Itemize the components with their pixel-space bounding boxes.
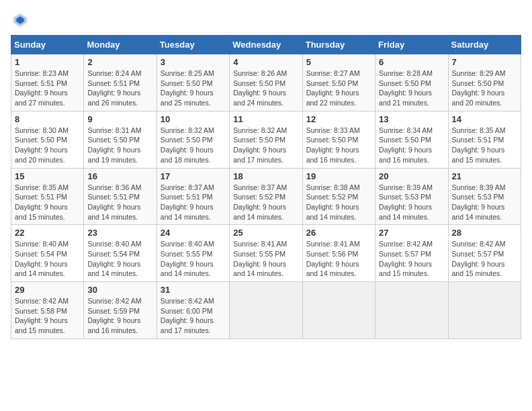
day-info: Sunrise: 8:41 AMSunset: 5:56 PMDaylight:…: [306, 239, 371, 279]
day-info: Sunrise: 8:24 AMSunset: 5:51 PMDaylight:…: [87, 68, 152, 108]
day-number: 29: [15, 285, 80, 295]
day-number: 17: [161, 171, 226, 181]
day-info: Sunrise: 8:34 AMSunset: 5:50 PMDaylight:…: [379, 126, 444, 165]
day-number: 5: [306, 57, 371, 67]
day-info: Sunrise: 8:35 AMSunset: 5:51 PMDaylight:…: [452, 126, 517, 165]
day-number: 3: [161, 57, 226, 67]
day-info: Sunrise: 8:30 AMSunset: 5:50 PMDaylight:…: [15, 126, 80, 165]
day-number: 31: [161, 285, 226, 295]
calendar-cell: 27Sunrise: 8:42 AMSunset: 5:57 PMDayligh…: [375, 225, 448, 282]
calendar-week-row: 8Sunrise: 8:30 AMSunset: 5:50 PMDaylight…: [11, 111, 521, 168]
day-number: 12: [306, 114, 371, 124]
calendar-cell: 1Sunrise: 8:23 AMSunset: 5:51 PMDaylight…: [11, 54, 84, 111]
day-number: 7: [452, 57, 517, 67]
day-info: Sunrise: 8:33 AMSunset: 5:50 PMDaylight:…: [306, 126, 371, 165]
day-info: Sunrise: 8:39 AMSunset: 5:53 PMDaylight:…: [452, 183, 517, 222]
day-info: Sunrise: 8:31 AMSunset: 5:50 PMDaylight:…: [87, 126, 152, 165]
logo: [11, 11, 32, 30]
day-info: Sunrise: 8:40 AMSunset: 5:54 PMDaylight:…: [87, 239, 152, 279]
day-number: 14: [452, 114, 517, 124]
calendar-cell: 17Sunrise: 8:37 AMSunset: 5:51 PMDayligh…: [157, 168, 229, 225]
calendar-cell: 21Sunrise: 8:39 AMSunset: 5:53 PMDayligh…: [448, 168, 521, 225]
day-number: 27: [379, 228, 444, 238]
calendar-cell: 22Sunrise: 8:40 AMSunset: 5:54 PMDayligh…: [11, 225, 84, 282]
calendar-cell: 28Sunrise: 8:42 AMSunset: 5:57 PMDayligh…: [448, 225, 521, 282]
calendar-cell: 15Sunrise: 8:35 AMSunset: 5:51 PMDayligh…: [11, 168, 84, 225]
day-info: Sunrise: 8:32 AMSunset: 5:50 PMDaylight:…: [233, 126, 298, 165]
day-number: 1: [15, 57, 80, 67]
day-number: 22: [15, 228, 80, 238]
logo-icon: [11, 11, 30, 30]
day-number: 21: [452, 171, 517, 181]
calendar-cell: 10Sunrise: 8:32 AMSunset: 5:50 PMDayligh…: [157, 111, 229, 168]
calendar-header-row: SundayMondayTuesdayWednesdayThursdayFrid…: [11, 36, 521, 54]
header-sunday: Sunday: [11, 36, 84, 54]
calendar-cell: 31Sunrise: 8:42 AMSunset: 6:00 PMDayligh…: [157, 282, 229, 339]
day-info: Sunrise: 8:26 AMSunset: 5:50 PMDaylight:…: [233, 68, 298, 108]
day-info: Sunrise: 8:37 AMSunset: 5:52 PMDaylight:…: [233, 183, 298, 222]
calendar-cell: 29Sunrise: 8:42 AMSunset: 5:58 PMDayligh…: [11, 282, 84, 339]
calendar-week-row: 15Sunrise: 8:35 AMSunset: 5:51 PMDayligh…: [11, 168, 521, 225]
calendar-cell: 18Sunrise: 8:37 AMSunset: 5:52 PMDayligh…: [230, 168, 302, 225]
calendar-cell: [375, 282, 448, 339]
calendar-week-row: 29Sunrise: 8:42 AMSunset: 5:58 PMDayligh…: [11, 282, 521, 339]
day-info: Sunrise: 8:29 AMSunset: 5:50 PMDaylight:…: [452, 68, 517, 108]
day-number: 10: [161, 114, 226, 124]
calendar-cell: 14Sunrise: 8:35 AMSunset: 5:51 PMDayligh…: [448, 111, 521, 168]
day-info: Sunrise: 8:38 AMSunset: 5:52 PMDaylight:…: [306, 183, 371, 222]
day-number: 2: [87, 57, 152, 67]
header-wednesday: Wednesday: [230, 36, 302, 54]
day-number: 24: [161, 228, 226, 238]
calendar-cell: 3Sunrise: 8:25 AMSunset: 5:50 PMDaylight…: [157, 54, 229, 111]
header-thursday: Thursday: [302, 36, 375, 54]
day-number: 4: [233, 57, 298, 67]
day-info: Sunrise: 8:35 AMSunset: 5:51 PMDaylight:…: [15, 183, 80, 222]
calendar-cell: 6Sunrise: 8:28 AMSunset: 5:50 PMDaylight…: [375, 54, 448, 111]
calendar-cell: 9Sunrise: 8:31 AMSunset: 5:50 PMDaylight…: [84, 111, 157, 168]
calendar-cell: 4Sunrise: 8:26 AMSunset: 5:50 PMDaylight…: [230, 54, 302, 111]
calendar-table: SundayMondayTuesdayWednesdayThursdayFrid…: [11, 35, 521, 339]
day-info: Sunrise: 8:42 AMSunset: 5:57 PMDaylight:…: [379, 239, 444, 279]
day-number: 9: [87, 114, 152, 124]
header-monday: Monday: [84, 36, 157, 54]
calendar-cell: 13Sunrise: 8:34 AMSunset: 5:50 PMDayligh…: [375, 111, 448, 168]
day-number: 16: [87, 171, 152, 181]
day-number: 19: [306, 171, 371, 181]
day-number: 18: [233, 171, 298, 181]
day-info: Sunrise: 8:42 AMSunset: 6:00 PMDaylight:…: [161, 296, 226, 336]
day-info: Sunrise: 8:28 AMSunset: 5:50 PMDaylight:…: [379, 68, 444, 108]
day-number: 20: [379, 171, 444, 181]
calendar-cell: 5Sunrise: 8:27 AMSunset: 5:50 PMDaylight…: [302, 54, 375, 111]
calendar-cell: 23Sunrise: 8:40 AMSunset: 5:54 PMDayligh…: [84, 225, 157, 282]
calendar-cell: 26Sunrise: 8:41 AMSunset: 5:56 PMDayligh…: [302, 225, 375, 282]
calendar-cell: 2Sunrise: 8:24 AMSunset: 5:51 PMDaylight…: [84, 54, 157, 111]
day-info: Sunrise: 8:42 AMSunset: 5:59 PMDaylight:…: [87, 296, 152, 336]
day-number: 11: [233, 114, 298, 124]
day-info: Sunrise: 8:42 AMSunset: 5:57 PMDaylight:…: [452, 239, 517, 279]
calendar-week-row: 22Sunrise: 8:40 AMSunset: 5:54 PMDayligh…: [11, 225, 521, 282]
header-saturday: Saturday: [448, 36, 521, 54]
calendar-cell: 25Sunrise: 8:41 AMSunset: 5:55 PMDayligh…: [230, 225, 302, 282]
calendar-cell: 30Sunrise: 8:42 AMSunset: 5:59 PMDayligh…: [84, 282, 157, 339]
calendar-cell: [302, 282, 375, 339]
calendar-cell: 20Sunrise: 8:39 AMSunset: 5:53 PMDayligh…: [375, 168, 448, 225]
calendar-cell: 7Sunrise: 8:29 AMSunset: 5:50 PMDaylight…: [448, 54, 521, 111]
day-number: 28: [452, 228, 517, 238]
day-number: 6: [379, 57, 444, 67]
calendar-cell: 24Sunrise: 8:40 AMSunset: 5:55 PMDayligh…: [157, 225, 229, 282]
calendar-cell: 8Sunrise: 8:30 AMSunset: 5:50 PMDaylight…: [11, 111, 84, 168]
day-number: 26: [306, 228, 371, 238]
header-friday: Friday: [375, 36, 448, 54]
day-number: 25: [233, 228, 298, 238]
calendar-cell: 19Sunrise: 8:38 AMSunset: 5:52 PMDayligh…: [302, 168, 375, 225]
day-info: Sunrise: 8:39 AMSunset: 5:53 PMDaylight:…: [379, 183, 444, 222]
calendar-cell: 11Sunrise: 8:32 AMSunset: 5:50 PMDayligh…: [230, 111, 302, 168]
day-info: Sunrise: 8:37 AMSunset: 5:51 PMDaylight:…: [161, 183, 226, 222]
calendar-cell: 12Sunrise: 8:33 AMSunset: 5:50 PMDayligh…: [302, 111, 375, 168]
day-info: Sunrise: 8:40 AMSunset: 5:54 PMDaylight:…: [15, 239, 80, 279]
calendar-week-row: 1Sunrise: 8:23 AMSunset: 5:51 PMDaylight…: [11, 54, 521, 111]
day-info: Sunrise: 8:42 AMSunset: 5:58 PMDaylight:…: [15, 296, 80, 336]
day-number: 13: [379, 114, 444, 124]
day-number: 8: [15, 114, 80, 124]
day-number: 15: [15, 171, 80, 181]
